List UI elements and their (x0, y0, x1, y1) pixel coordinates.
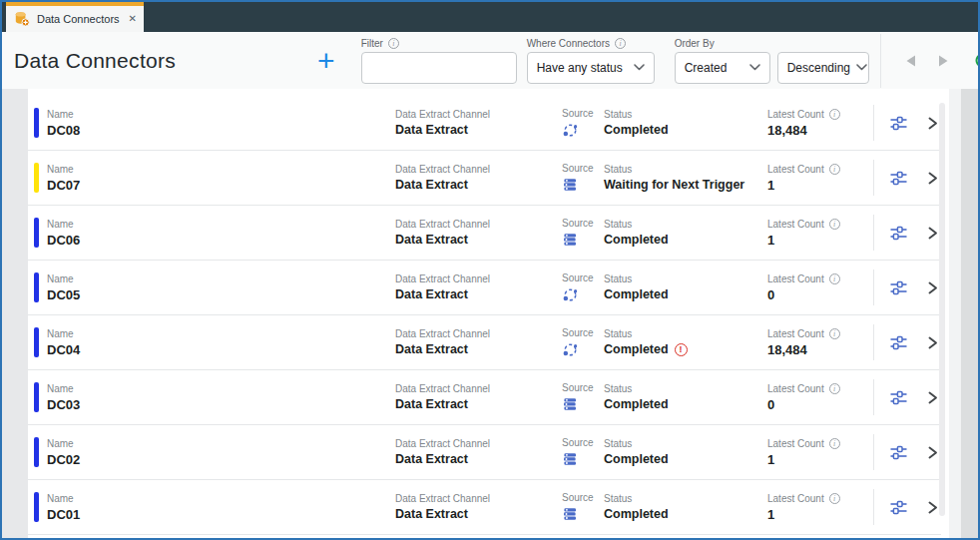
connector-name: DC07 (47, 178, 395, 193)
name-field-label: Name (47, 383, 395, 394)
order-field-select[interactable]: Created (675, 52, 770, 84)
chevron-right-icon (925, 335, 939, 350)
channel-value: Data Extract (395, 287, 562, 301)
right-gutter (961, 89, 978, 538)
connector-name: DC08 (47, 123, 395, 138)
name-field-label: Name (47, 273, 395, 284)
row-settings-button[interactable] (887, 497, 910, 518)
row-divider (873, 434, 874, 470)
connector-name: DC02 (47, 452, 395, 467)
status-color-bar (34, 272, 39, 302)
chevron-right-icon (925, 445, 939, 460)
status-value: Completed (604, 123, 669, 137)
add-connector-button[interactable]: + (313, 48, 339, 74)
status-filter-select[interactable]: Have any status (527, 52, 655, 84)
latest-count-field-label: Latest Count (767, 328, 824, 339)
latest-count-value: 1 (767, 507, 863, 522)
arrow-left-icon (903, 54, 918, 68)
connector-row[interactable]: Name DC03 Data Extract Channel Data Extr… (28, 370, 941, 425)
source-field-label: Source (562, 492, 604, 503)
app-window: Data Connectors ✕ Data Connectors + Filt… (0, 0, 980, 540)
connector-row[interactable]: Name DC07 Data Extract Channel Data Extr… (28, 151, 941, 206)
row-divider (873, 105, 874, 141)
source-field-label: Source (562, 108, 604, 119)
connector-list: Name DC08 Data Extract Channel Data Extr… (28, 89, 941, 538)
tab-data-connectors[interactable]: Data Connectors ✕ (6, 2, 144, 32)
sliders-icon (889, 115, 908, 132)
order-direction-select[interactable]: Descending (777, 52, 869, 84)
status-field-label: Status (604, 109, 767, 120)
channel-value: Data Extract (395, 507, 562, 521)
channel-field-label: Data Extract Channel (395, 383, 562, 394)
next-page-button[interactable] (934, 52, 953, 70)
latest-count-field-label: Latest Count (767, 383, 824, 394)
sliders-icon (889, 389, 908, 406)
latest-count-info-icon[interactable] (829, 219, 840, 230)
row-settings-button[interactable] (887, 113, 910, 134)
status-warning-icon[interactable] (675, 343, 688, 356)
channel-value: Data Extract (395, 123, 562, 137)
source-field-label: Source (562, 382, 604, 393)
connector-name: DC01 (47, 507, 395, 522)
previous-page-button[interactable] (901, 52, 920, 70)
latest-count-info-icon[interactable] (829, 328, 840, 339)
where-connectors-label: Where Connectors (527, 38, 610, 49)
channel-field-label: Data Extract Channel (395, 438, 562, 449)
row-settings-button[interactable] (887, 387, 910, 408)
filter-group: Filter (361, 38, 517, 84)
chevron-down-icon (856, 64, 867, 71)
status-color-bar (34, 108, 39, 138)
source-field-label: Source (562, 272, 604, 283)
row-settings-button[interactable] (887, 168, 910, 189)
sliders-icon (889, 279, 908, 296)
refresh-button[interactable] (973, 51, 980, 70)
source-field-label: Source (562, 218, 604, 229)
connector-row[interactable]: Name DC08 Data Extract Channel Data Extr… (28, 96, 941, 151)
latest-count-info-icon[interactable] (829, 383, 840, 394)
latest-count-field-label: Latest Count (767, 493, 824, 504)
scrollbar-thumb[interactable] (939, 103, 945, 516)
latest-count-info-icon[interactable] (829, 493, 840, 504)
latest-count-value: 0 (767, 397, 863, 412)
filter-label: Filter (361, 38, 383, 49)
filter-info-icon[interactable] (388, 38, 399, 49)
channel-value: Data Extract (395, 178, 562, 192)
database-icon (562, 177, 578, 193)
sliders-icon (889, 499, 908, 516)
tab-close-icon[interactable]: ✕ (127, 13, 139, 25)
connector-row[interactable]: Name DC01 Data Extract Channel Data Extr… (28, 480, 941, 535)
latest-count-info-icon[interactable] (829, 273, 840, 284)
chevron-right-icon (925, 171, 939, 186)
where-connectors-info-icon[interactable] (615, 38, 626, 49)
process-icon (562, 122, 579, 139)
connector-row[interactable]: Name DC04 Data Extract Channel Data Extr… (28, 315, 941, 370)
row-settings-button[interactable] (887, 442, 910, 463)
filter-input[interactable] (361, 52, 517, 84)
connector-row[interactable]: Name DC05 Data Extract Channel Data Extr… (28, 261, 941, 315)
channel-value: Data Extract (395, 452, 562, 466)
row-divider (873, 160, 874, 196)
status-field-label: Status (604, 164, 767, 175)
status-color-bar (34, 163, 39, 193)
refresh-icon (973, 51, 980, 70)
latest-count-info-icon[interactable] (829, 438, 840, 449)
data-connector-app-icon (14, 11, 30, 27)
process-icon (562, 341, 579, 358)
status-field-label: Status (604, 493, 767, 504)
status-value: Completed (604, 342, 669, 356)
status-field-label: Status (604, 328, 767, 339)
connector-row[interactable]: Name DC06 Data Extract Channel Data Extr… (28, 206, 941, 261)
status-value: Completed (604, 507, 669, 521)
row-settings-button[interactable] (887, 332, 910, 353)
status-value: Completed (604, 452, 669, 466)
database-icon (562, 232, 578, 248)
latest-count-info-icon[interactable] (829, 164, 840, 175)
latest-count-info-icon[interactable] (829, 109, 840, 120)
row-settings-button[interactable] (887, 223, 910, 244)
connector-row[interactable]: Name DC02 Data Extract Channel Data Extr… (28, 425, 941, 480)
source-field-label: Source (562, 163, 604, 174)
name-field-label: Name (47, 219, 395, 230)
chevron-down-icon (634, 64, 645, 71)
row-settings-button[interactable] (887, 277, 910, 298)
row-divider (873, 379, 874, 415)
